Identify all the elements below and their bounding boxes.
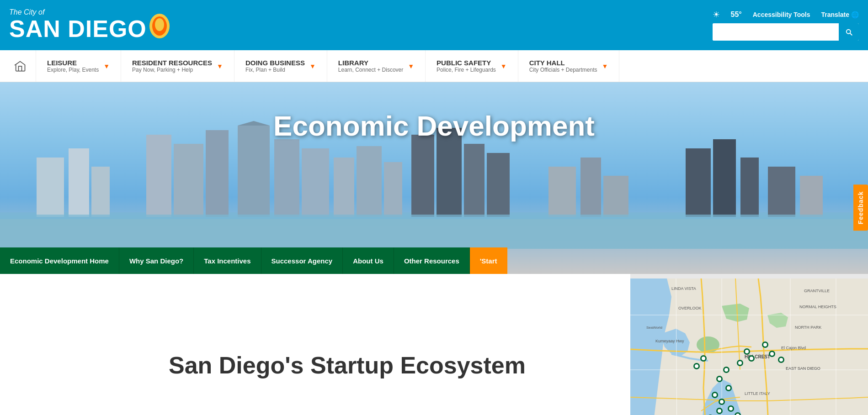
sub-nav-why-san-diego[interactable]: Why San Diego? xyxy=(119,247,194,274)
nav-item-city-hall-text: CITY HALL City Officials + Departments xyxy=(529,59,597,73)
accessibility-tools-button[interactable]: Accessibility Tools xyxy=(753,11,810,18)
search-icon xyxy=(845,28,853,36)
doing-business-dropdown-icon: ▼ xyxy=(309,63,316,70)
map-marker-18 xyxy=(693,363,700,369)
svg-rect-6 xyxy=(91,167,110,217)
sub-nav-about-us[interactable]: About Us xyxy=(343,247,394,274)
svg-rect-7 xyxy=(146,135,171,217)
city-logo-icon xyxy=(149,13,170,39)
svg-rect-28 xyxy=(800,176,823,217)
map-marker-5 xyxy=(716,376,723,382)
map-marker-9 xyxy=(728,405,734,412)
nav-item-library-title: LIBRARY xyxy=(338,59,403,67)
nav-item-city-hall-sub: City Officials + Departments xyxy=(529,67,597,73)
top-bar: The City of SAN DIEGO ☀ 55° Accessibilit… xyxy=(0,0,868,50)
svg-rect-8 xyxy=(174,144,203,217)
nav-item-resident-text: RESIDENT RESOURCES Pay Now, Parking + He… xyxy=(132,59,212,73)
svg-text:Kumeyaay Hwy: Kumeyaay Hwy xyxy=(655,339,684,343)
nav-item-public-safety-text: PUBLIC SAFETY Police, Fire + Lifeguards xyxy=(437,59,496,73)
svg-rect-14 xyxy=(334,158,354,217)
translate-button[interactable]: Translate 🌐 xyxy=(821,11,859,18)
hero-section: Economic Development Economic Developmen… xyxy=(0,82,868,274)
svg-rect-16 xyxy=(384,162,402,217)
map-marker-2 xyxy=(748,355,755,362)
svg-text:NORTH PARK: NORTH PARK xyxy=(795,325,821,330)
home-icon xyxy=(14,60,27,73)
nav-item-leisure[interactable]: LEISURE Explore, Play, Events ▼ xyxy=(36,50,121,82)
search-button[interactable] xyxy=(839,23,859,41)
nav-item-leisure-title: LEISURE xyxy=(47,59,99,67)
public-safety-dropdown-icon: ▼ xyxy=(501,63,507,70)
city-logo-text: The City of SAN DIEGO xyxy=(9,8,147,42)
content-right: GRANTVILLE NORMAL HEIGHTS NORTH PARK LIN… xyxy=(630,274,868,415)
svg-text:GRANTVILLE: GRANTVILLE xyxy=(804,289,830,293)
svg-text:LINDA VISTA: LINDA VISTA xyxy=(671,286,696,291)
sub-nav-economic-development-home[interactable]: Economic Development Home xyxy=(0,247,119,274)
nav-items: LEISURE Explore, Play, Events ▼ RESIDENT… xyxy=(36,50,863,82)
svg-point-75 xyxy=(779,358,783,362)
translate-icon: 🌐 xyxy=(851,11,859,18)
resident-dropdown-icon: ▼ xyxy=(217,63,223,70)
nav-item-library[interactable]: LIBRARY Learn, Connect + Discover ▼ xyxy=(327,50,426,82)
sub-nav-tax-incentives[interactable]: Tax Incentives xyxy=(194,247,261,274)
svg-rect-24 xyxy=(686,148,711,217)
leisure-dropdown-icon: ▼ xyxy=(103,63,110,70)
svg-text:EAST SAN DIEGO: EAST SAN DIEGO xyxy=(786,366,820,371)
map-marker-17 xyxy=(700,355,707,362)
map-container[interactable]: GRANTVILLE NORMAL HEIGHTS NORTH PARK LIN… xyxy=(630,274,868,415)
nav-item-resident[interactable]: RESIDENT RESOURCES Pay Now, Parking + He… xyxy=(121,50,234,82)
sub-nav-start[interactable]: 'Start xyxy=(470,247,507,274)
nav-item-city-hall[interactable]: CITY HALL City Officials + Departments ▼ xyxy=(518,50,620,82)
city-name-label: SAN DIEGO xyxy=(9,16,147,42)
svg-rect-20 xyxy=(487,153,510,217)
svg-point-73 xyxy=(770,352,774,356)
nav-item-public-safety[interactable]: PUBLIC SAFETY Police, Fire + Lifeguards … xyxy=(426,50,518,82)
nav-item-library-text: LIBRARY Learn, Connect + Discover xyxy=(338,59,403,73)
svg-rect-27 xyxy=(768,167,795,217)
nav-item-doing-business[interactable]: DOING BUSINESS Fix, Plan + Build ▼ xyxy=(234,50,327,82)
nav-item-resident-sub: Pay Now, Parking + Help xyxy=(132,67,212,73)
search-input[interactable] xyxy=(713,23,839,41)
svg-rect-17 xyxy=(411,135,434,217)
nav-item-doing-business-text: DOING BUSINESS Fix, Plan + Build xyxy=(245,59,305,73)
svg-text:LITTLE ITALY: LITTLE ITALY xyxy=(745,391,770,396)
map-marker-12 xyxy=(716,408,723,414)
svg-point-57 xyxy=(727,386,730,390)
svg-point-79 xyxy=(702,357,705,360)
svg-point-53 xyxy=(724,368,728,372)
map-marker-6 xyxy=(725,385,732,391)
map-marker-1 xyxy=(737,360,743,366)
map-marker-4 xyxy=(723,367,730,373)
startup-ecosystem-title: San Diego's Startup Ecosystem xyxy=(169,351,526,379)
nav-item-resident-title: RESIDENT RESOURCES xyxy=(132,59,212,67)
map-marker-3 xyxy=(744,348,750,355)
svg-rect-9 xyxy=(206,130,229,217)
nav-item-leisure-sub: Explore, Play, Events xyxy=(47,67,99,73)
svg-rect-26 xyxy=(740,158,759,217)
svg-point-77 xyxy=(763,343,767,347)
map-marker-7 xyxy=(712,392,718,398)
svg-rect-25 xyxy=(713,139,736,217)
sub-nav-successor-agency[interactable]: Successor Agency xyxy=(261,247,343,274)
top-bar-controls: ☀ 55° Accessibility Tools Translate 🌐 xyxy=(713,10,859,20)
nav-item-library-sub: Learn, Connect + Discover xyxy=(338,67,403,73)
nav-item-leisure-text: LEISURE Explore, Play, Events xyxy=(47,59,99,73)
map-marker-8 xyxy=(719,399,725,405)
city-of-label: The City of xyxy=(9,8,147,16)
feedback-tab[interactable]: Feedback xyxy=(853,184,868,231)
nav-item-city-hall-title: CITY HALL xyxy=(529,59,597,67)
svg-text:El Cajon Blvd: El Cajon Blvd xyxy=(781,346,806,350)
search-bar xyxy=(713,23,859,41)
sub-nav-other-resources[interactable]: Other Resources xyxy=(394,247,470,274)
svg-rect-5 xyxy=(69,148,89,217)
svg-rect-13 xyxy=(302,148,329,217)
city-hall-dropdown-icon: ▼ xyxy=(602,63,608,70)
nav-home-button[interactable] xyxy=(5,50,36,82)
svg-point-61 xyxy=(720,400,724,404)
map-marker-16 xyxy=(762,341,768,348)
svg-rect-23 xyxy=(603,176,628,217)
svg-point-63 xyxy=(729,407,733,410)
main-content: San Diego's Startup Ecosystem xyxy=(0,274,868,415)
svg-point-51 xyxy=(745,350,749,353)
map-marker-15 xyxy=(778,357,784,363)
